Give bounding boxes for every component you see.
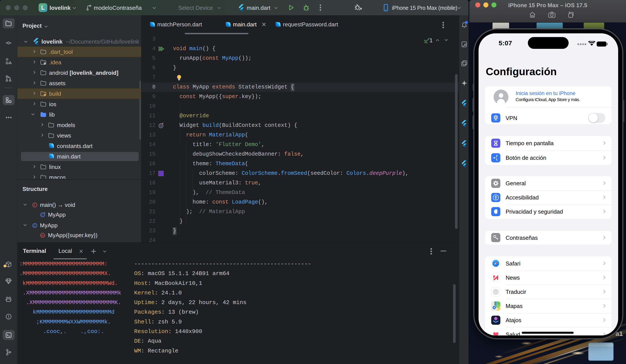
svg-text:m: m <box>41 233 44 237</box>
svg-text:C: C <box>41 213 44 217</box>
svg-text:C: C <box>33 224 36 228</box>
svg-text:✱: ✱ <box>43 62 46 65</box>
svg-text:✱: ✱ <box>43 93 46 96</box>
svg-text:λ: λ <box>33 203 35 207</box>
